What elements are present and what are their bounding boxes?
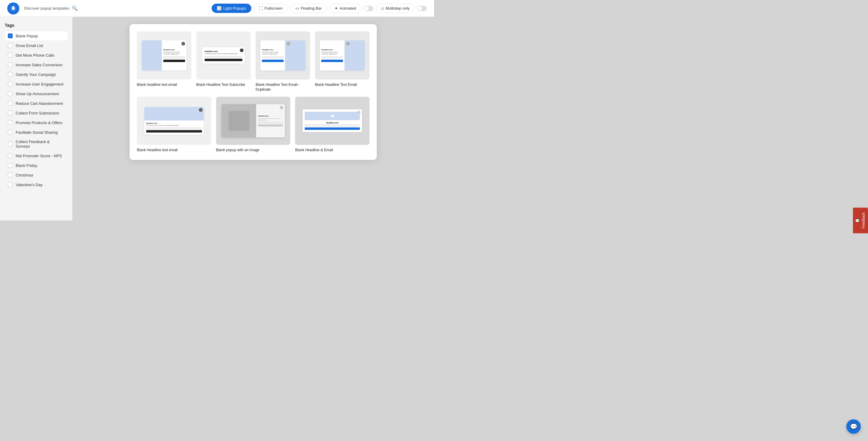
thumb-btn-6 bbox=[258, 124, 283, 127]
thumb-close-4: × bbox=[346, 42, 350, 45]
sidebar-item-form-submission[interactable]: Collect Form Submission bbox=[5, 108, 67, 118]
sidebar-label-form-submission: Collect Form Submission bbox=[16, 111, 59, 115]
thumb-inner-5: × Headline text Lorem ipsum dolor sit am… bbox=[144, 107, 204, 135]
template-card-4[interactable]: Headline text Lorem ipsum dolor sit amet… bbox=[315, 31, 370, 92]
thumb-inner-1: Headline text Lorem ipsum dolor sit amet… bbox=[142, 40, 186, 70]
checkbox-feedback[interactable] bbox=[8, 141, 13, 147]
search-icon[interactable]: 🔍 bbox=[72, 5, 78, 11]
thumb-body-3: Lorem ipsum dolor sit amet, consectetur … bbox=[262, 52, 284, 55]
sidebar-label-promote-products: Promote Products & Offers bbox=[16, 121, 62, 125]
thumb-headline-3: Headline text bbox=[262, 49, 284, 51]
template-card-5[interactable]: × Headline text Lorem ipsum dolor sit am… bbox=[137, 97, 211, 153]
thumb-btn-5 bbox=[146, 130, 202, 132]
sidebar-item-announcement[interactable]: Show Up Announcement bbox=[5, 89, 67, 98]
thumb-right-6: Headline text Lorem ipsum dolor sit amet… bbox=[256, 104, 284, 137]
main-layout: Tags Blank Popup Grow Email List Get Mor… bbox=[0, 17, 434, 220]
sidebar-item-nps[interactable]: Net Promoter Score - NPS bbox=[5, 151, 67, 160]
sidebar-item-blank-popup[interactable]: Blank Popup bbox=[5, 31, 67, 40]
thumb-image-icon-7: 🏔 bbox=[331, 114, 334, 118]
thumb-input-4 bbox=[321, 56, 343, 58]
thumb-btn-4 bbox=[321, 60, 343, 62]
checkbox-grow-email[interactable] bbox=[8, 43, 13, 48]
checkbox-phone-calls[interactable] bbox=[8, 53, 13, 58]
checkbox-social-sharing[interactable] bbox=[8, 130, 13, 135]
thumb-btn-7 bbox=[305, 127, 360, 130]
sidebar-item-christmas[interactable]: Christmas bbox=[5, 170, 67, 180]
thumb-inner-2: × Headline text Lorem ipsum dolor sit am… bbox=[202, 47, 245, 64]
thumb-input-5 bbox=[146, 127, 202, 129]
thumb-close-7: × bbox=[357, 111, 361, 114]
thumb-headline-4: Headline text bbox=[321, 49, 343, 51]
filter-light-popups[interactable]: ⬜ Light Popups bbox=[212, 4, 251, 13]
checkbox-nps[interactable] bbox=[8, 153, 13, 158]
template-name-2: Blank Headline Text Subscribe bbox=[196, 83, 251, 87]
template-card-7[interactable]: × 🏔 Headline text Blank Headline & Email bbox=[295, 97, 370, 153]
template-name-4: Blank Headline Text Email bbox=[315, 83, 370, 87]
sidebar-item-gamify[interactable]: Gamify Your Campaign bbox=[5, 70, 67, 79]
filter-multistep[interactable]: ◇ Multistep only bbox=[376, 4, 415, 13]
sidebar-item-grow-email[interactable]: Grow Email List bbox=[5, 41, 67, 50]
filter-fullscreen[interactable]: ⛶ Fullscreen bbox=[254, 4, 288, 13]
thumb-inner-4: Headline text Lorem ipsum dolor sit amet… bbox=[320, 40, 364, 70]
checkbox-promote-products[interactable] bbox=[8, 120, 13, 125]
checkbox-valentines[interactable] bbox=[8, 182, 13, 187]
sidebar-item-phone-calls[interactable]: Get More Phone Calls bbox=[5, 51, 67, 60]
template-thumb-3: Headline text Lorem ipsum dolor sit amet… bbox=[255, 31, 310, 80]
template-thumb-4: Headline text Lorem ipsum dolor sit amet… bbox=[315, 31, 370, 80]
filter-floating-bar[interactable]: ▭ Floating Bar bbox=[290, 4, 327, 13]
sidebar-item-black-friday[interactable]: Black Friday bbox=[5, 161, 67, 170]
filter-animated-label: Animated bbox=[340, 6, 356, 10]
thumb-close-6: × bbox=[280, 106, 283, 109]
sidebar-label-announcement: Show Up Announcement bbox=[16, 92, 59, 96]
template-card-2[interactable]: × Headline text Lorem ipsum dolor sit am… bbox=[196, 31, 251, 92]
sidebar-label-user-engagement: Increase User Engagement bbox=[16, 82, 63, 87]
checkbox-blank-popup[interactable] bbox=[8, 33, 13, 38]
checkbox-form-submission[interactable] bbox=[8, 111, 13, 115]
thumb-inner-3: Headline text Lorem ipsum dolor sit amet… bbox=[260, 40, 305, 70]
template-thumb-7: × 🏔 Headline text bbox=[295, 97, 370, 145]
sidebar-title: Tags bbox=[5, 23, 67, 28]
thumb-input-7 bbox=[305, 124, 360, 127]
sidebar-item-feedback[interactable]: Collect Feedback & Surveys bbox=[5, 137, 67, 151]
sidebar-item-promote-products[interactable]: Promote Products & Offers bbox=[5, 118, 67, 127]
checkbox-black-friday[interactable] bbox=[8, 163, 13, 168]
content-area: Headline text Lorem ipsum dolor sit amet… bbox=[72, 17, 434, 220]
sidebar-item-valentines[interactable]: Valentine's Day bbox=[5, 180, 67, 189]
sidebar-item-social-sharing[interactable]: Facilitate Social Sharing bbox=[5, 128, 67, 137]
filter-fullscreen-label: Fullscreen bbox=[265, 6, 283, 10]
sidebar-label-feedback: Collect Feedback & Surveys bbox=[16, 139, 64, 149]
templates-row2: × Headline text Lorem ipsum dolor sit am… bbox=[137, 97, 370, 153]
checkbox-user-engagement[interactable] bbox=[8, 82, 13, 87]
checkbox-gamify[interactable] bbox=[8, 72, 13, 77]
template-card-3[interactable]: Headline text Lorem ipsum dolor sit amet… bbox=[255, 31, 310, 92]
sidebar-item-cart-abandonment[interactable]: Reduce Cart Abandonment bbox=[5, 99, 67, 108]
thumb-body-6: Lorem ipsum dolor sit amet, consectetur … bbox=[258, 118, 283, 121]
thumb-input-6 bbox=[258, 122, 283, 124]
checkbox-christmas[interactable] bbox=[8, 172, 13, 178]
search-area[interactable]: Discover popup templates 🔍 bbox=[24, 5, 108, 11]
sidebar-label-nps: Net Promoter Score - NPS bbox=[16, 154, 62, 158]
thumb-headline-5: Headline text bbox=[146, 122, 202, 124]
sidebar-item-user-engagement[interactable]: Increase User Engagement bbox=[5, 80, 67, 89]
sidebar-label-sales-conversion: Increase Sales Conversion bbox=[16, 63, 62, 67]
thumb-left-content-3: Headline text Lorem ipsum dolor sit amet… bbox=[260, 40, 285, 70]
checkbox-cart-abandonment[interactable] bbox=[8, 101, 13, 106]
sidebar: Tags Blank Popup Grow Email List Get Mor… bbox=[0, 17, 72, 220]
animated-toggle[interactable] bbox=[364, 6, 373, 11]
template-thumb-1: Headline text Lorem ipsum dolor sit amet… bbox=[137, 31, 191, 80]
sidebar-item-sales-conversion[interactable]: Increase Sales Conversion bbox=[5, 60, 67, 69]
template-card-6[interactable]: Headline text Lorem ipsum dolor sit amet… bbox=[216, 97, 290, 153]
thumb-close-2: × bbox=[240, 49, 244, 52]
checkbox-announcement[interactable] bbox=[8, 91, 13, 96]
thumb-top-blue-5 bbox=[144, 107, 204, 121]
svg-point-2 bbox=[12, 6, 14, 7]
app-logo bbox=[7, 2, 19, 14]
fullscreen-icon: ⛶ bbox=[259, 6, 263, 10]
template-name-6: Blank popup with an image bbox=[216, 148, 290, 153]
filter-animated[interactable]: ✦ Animated bbox=[330, 4, 361, 13]
thumb-input-1 bbox=[163, 56, 185, 58]
multistep-toggle[interactable] bbox=[417, 6, 427, 11]
template-card-1[interactable]: Headline text Lorem ipsum dolor sit amet… bbox=[137, 31, 191, 92]
checkbox-sales-conversion[interactable] bbox=[8, 62, 13, 67]
thumb-body-1: Lorem ipsum dolor sit amet, consectetur … bbox=[163, 52, 185, 55]
